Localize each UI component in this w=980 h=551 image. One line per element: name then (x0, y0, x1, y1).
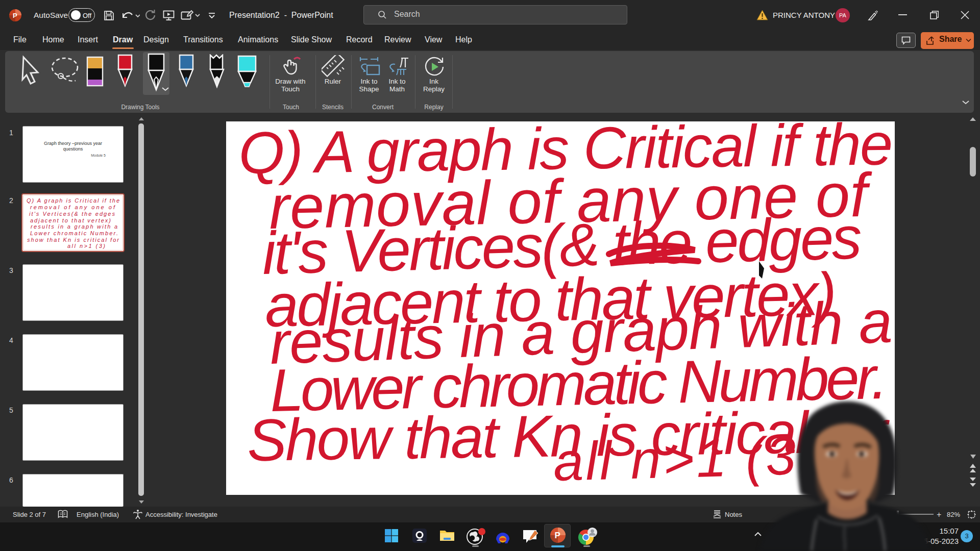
svg-text:P: P (555, 531, 560, 540)
svg-text:Lower chromatic Number.: Lower chromatic Number. (30, 230, 118, 236)
svg-text:show that Kn is critical for: show that Kn is critical for (27, 237, 119, 243)
svg-text:it's Vertices(& the edges: it's Vertices(& the edges (29, 211, 115, 217)
svg-text:adjacent to that vertex): adjacent to that vertex) (30, 217, 111, 223)
svg-text:P: P (13, 12, 17, 19)
svg-text:results in a graph with a: results in a graph with a (31, 223, 117, 230)
svg-text:Q) A graph is Critical if the: Q) A graph is Critical if the (27, 197, 119, 204)
svg-text:removal of any one of: removal of any one of (30, 204, 115, 210)
svg-text:all n>1 (3): all n>1 (3) (67, 243, 105, 249)
